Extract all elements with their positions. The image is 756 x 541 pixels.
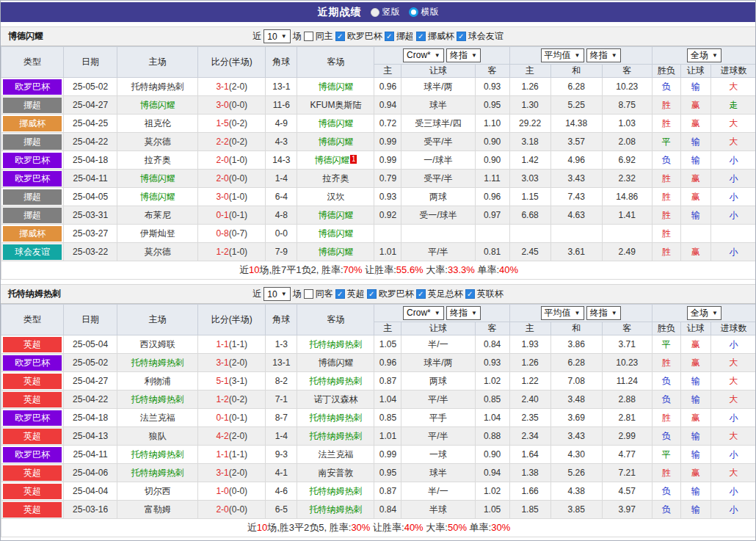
bookmaker-select[interactable]: Crow*▼: [403, 48, 444, 62]
home-team-cell: 祖克伦: [117, 115, 198, 133]
scope-select[interactable]: 全场▼: [687, 306, 722, 320]
result-cell: 输: [680, 391, 710, 409]
average-select[interactable]: 平均值▼: [541, 306, 584, 320]
chevron-down-icon: ▼: [471, 310, 477, 316]
team-label: 博德闪耀: [318, 357, 353, 368]
same-venue-checkbox[interactable]: [304, 289, 313, 299]
column-header: 主场: [117, 305, 198, 335]
score-cell: 2-0(1-0): [198, 151, 266, 170]
final-odds-select-2-value: 终指: [590, 307, 608, 319]
match-date: 25-03-31: [64, 206, 117, 225]
away-team-cell: 诺丁汉森林: [297, 391, 374, 409]
halftime-score: (0-2): [229, 118, 247, 128]
corner-cell: 4-8: [266, 206, 297, 225]
average-odds-cell: 3.43: [550, 170, 602, 188]
league-checkbox[interactable]: ✓: [457, 32, 466, 41]
team-label: 诺丁汉森林: [313, 394, 357, 404]
odds-cell: 0.90: [475, 133, 509, 151]
fulltime-score: 4-2: [216, 431, 228, 441]
match-date: 25-04-06: [64, 464, 117, 482]
odds-cell: 一球: [401, 446, 475, 464]
average-odds-cell: 3.18: [509, 133, 550, 151]
odds-cell: 球半/两: [401, 354, 475, 372]
sub-column-header: 进球数: [710, 322, 756, 335]
final-odds-select-2[interactable]: 终指▼: [586, 48, 621, 62]
radio-selected-icon[interactable]: [409, 7, 418, 17]
corner-cell: 8-2: [266, 372, 297, 391]
average-odds-cell: 3.61: [550, 243, 602, 261]
bookmaker-select[interactable]: Crow*▼: [403, 306, 444, 320]
league-checkbox[interactable]: ✓: [385, 32, 394, 41]
final-odds-select-value: 终指: [450, 49, 468, 62]
final-odds-select[interactable]: 终指▼: [446, 48, 481, 62]
fulltime-score: 2-2: [216, 137, 228, 147]
sub-column-header: 客: [475, 322, 509, 335]
league-type-cell: 英超: [1, 501, 64, 519]
league-checkbox[interactable]: ✓: [367, 289, 377, 299]
corner-cell: 7-1: [266, 391, 297, 409]
league-checkbox[interactable]: ✓: [465, 289, 475, 299]
final-odds-select-2[interactable]: 终指▼: [586, 306, 621, 320]
odds-cell: 1.10: [475, 115, 509, 133]
average-select[interactable]: 平均值▼: [541, 48, 584, 62]
same-venue-checkbox[interactable]: [304, 32, 313, 41]
chevron-down-icon: ▼: [575, 52, 581, 59]
result-cell: 走: [710, 96, 756, 115]
match-row: 挪超25-04-22莫尔德2-2(0-2)4-3博德闪耀0.99受平/半0.90…: [1, 133, 756, 151]
team-label: 法兰克福: [140, 413, 175, 423]
games-count-select[interactable]: 10▼: [263, 287, 290, 301]
halftime-score: (1-1): [229, 339, 247, 349]
view-option-vertical[interactable]: 竖版: [371, 6, 400, 18]
result-cell: 胜: [652, 170, 680, 188]
league-badge: 英超: [3, 465, 62, 481]
odds-cell: 两球: [401, 372, 475, 391]
average-odds-cell: 14.38: [550, 115, 602, 133]
result-cell: 负: [652, 427, 680, 446]
final-odds-select[interactable]: 终指▼: [446, 306, 481, 320]
odds-cell: 0.99: [374, 446, 401, 464]
sub-column-header: 让球: [401, 65, 475, 78]
fulltime-score: 3-1: [216, 357, 228, 368]
games-count-select[interactable]: 10▼: [263, 29, 290, 43]
column-header: 比分(半场): [198, 305, 266, 335]
odds-cell: [401, 225, 475, 243]
scope-select[interactable]: 全场▼: [687, 48, 722, 62]
league-filter-label: 英足总杯: [428, 288, 463, 300]
league-checkbox[interactable]: ✓: [335, 32, 345, 41]
fulltime-score: 1-1: [216, 449, 228, 460]
team-label: 托特纳姆热刺: [309, 376, 362, 386]
radio-unselected-icon[interactable]: [371, 8, 379, 17]
bookmaker-header-group: Crow*▼ 终指▼: [374, 47, 509, 65]
chevron-down-icon: ▼: [281, 33, 287, 40]
halftime-score: (2-0): [229, 431, 247, 441]
result-cell: 胜: [652, 96, 680, 115]
league-filter-label: 挪威杯: [428, 30, 454, 43]
league-checkbox[interactable]: ✓: [335, 289, 345, 299]
away-team-cell: 托特纳姆热刺: [297, 482, 374, 501]
score-cell: 1-1(1-1): [198, 446, 266, 464]
average-odds-cell: 2.99: [602, 427, 652, 446]
halftime-score: (2-0): [229, 81, 247, 92]
league-checkbox[interactable]: ✓: [416, 289, 426, 299]
corner-cell: 14-3: [266, 151, 297, 170]
view-option-horizontal[interactable]: 横版: [409, 6, 439, 18]
halftime-score: (1-0): [229, 247, 247, 257]
odds-cell: 0.84: [374, 501, 401, 519]
fulltime-score: 2-0: [216, 155, 228, 165]
halftime-score: (0-2): [229, 137, 247, 147]
bookmaker-header-group: Crow*▼ 终指▼: [374, 305, 509, 322]
league-checkbox[interactable]: ✓: [416, 32, 426, 41]
odds-cell: 0.95: [374, 464, 401, 482]
score-cell: 3-1(2-0): [198, 464, 266, 482]
home-team-cell: 富勒姆: [117, 501, 198, 519]
section-header: 博德闪耀近10▼场同主✓欧罗巴杯✓挪超✓挪威杯✓球会友谊: [1, 26, 755, 46]
score-cell: 4-2(2-0): [198, 427, 266, 446]
away-team-cell: 南安普敦: [297, 464, 374, 482]
result-cell: 小: [710, 446, 756, 464]
sub-column-header: 胜负: [652, 65, 680, 78]
fulltime-score: 3-1: [216, 81, 228, 92]
odds-cell: 平/半: [401, 391, 475, 409]
result-cell: 负: [652, 78, 680, 96]
average-odds-cell: 29.22: [509, 115, 550, 133]
result-cell: 小: [710, 501, 756, 519]
